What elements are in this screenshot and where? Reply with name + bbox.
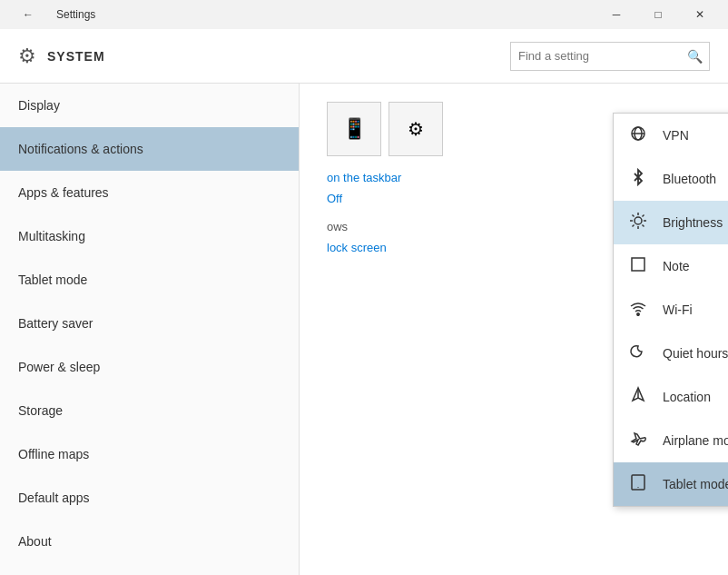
minimize-button[interactable]: ─ — [595, 0, 637, 29]
airplane-label: Airplane mode — [663, 433, 728, 448]
dropdown-panel[interactable]: VPN Bluetooth — [613, 113, 728, 507]
sidebar-item-apps[interactable]: Apps & features — [0, 171, 299, 214]
svg-point-3 — [635, 217, 642, 224]
dropdown-item-airplane[interactable]: Airplane mode — [614, 419, 728, 462]
airplane-icon — [628, 430, 648, 451]
gear-icon: ⚙ — [18, 45, 36, 68]
wifi-label: Wi-Fi — [663, 302, 693, 317]
quiet-hours-label: Quiet hours — [663, 346, 728, 361]
main-content: 📱 ⚙ on the taskbar Off ows lock screen — [300, 84, 728, 575]
sidebar-item-power[interactable]: Power & sleep — [0, 345, 299, 389]
quick-action-tile-1[interactable]: 📱 — [327, 102, 381, 156]
quiet-hours-icon — [628, 342, 648, 364]
sidebar-item-notifications[interactable]: Notifications & actions — [0, 127, 299, 171]
sidebar-item-storage[interactable]: Storage — [0, 389, 299, 432]
svg-line-11 — [643, 215, 644, 217]
svg-point-13 — [637, 313, 639, 315]
dropdown-item-wifi[interactable]: Wi-Fi — [614, 288, 728, 332]
dropdown-item-brightness[interactable]: Brightness — [614, 201, 728, 244]
svg-line-8 — [633, 215, 635, 217]
dropdown-item-note[interactable]: Note — [614, 244, 728, 288]
titlebar-title: Settings — [56, 8, 95, 21]
svg-rect-15 — [632, 475, 644, 490]
search-box[interactable]: 🔍 — [510, 42, 710, 71]
sidebar-item-multitasking[interactable]: Multitasking — [0, 214, 299, 258]
sidebar-item-display[interactable]: Display — [0, 84, 299, 127]
sidebar: Display Notifications & actions Apps & f… — [0, 84, 300, 575]
maximize-button[interactable]: □ — [637, 0, 679, 29]
sidebar-item-battery[interactable]: Battery saver — [0, 302, 299, 345]
tablet-mode-icon — [628, 473, 648, 495]
brightness-icon — [628, 212, 648, 233]
dropdown-item-location[interactable]: Location — [614, 375, 728, 419]
vpn-label: VPN — [663, 128, 689, 143]
titlebar-controls: ─ □ ✕ — [595, 0, 721, 29]
dropdown-item-quiet[interactable]: Quiet hours — [614, 332, 728, 375]
back-button[interactable]: ← — [7, 0, 49, 29]
header-left: ⚙ SYSTEM — [18, 45, 105, 68]
search-icon: 🔍 — [680, 42, 709, 71]
app-header: ⚙ SYSTEM 🔍 — [0, 29, 728, 84]
sidebar-item-about[interactable]: About — [0, 520, 299, 563]
note-label: Note — [663, 259, 690, 273]
sidebar-item-defaultapps[interactable]: Default apps — [0, 476, 299, 520]
dropdown-item-vpn[interactable]: VPN — [614, 114, 728, 157]
svg-line-10 — [633, 225, 635, 227]
body-area: Display Notifications & actions Apps & f… — [0, 84, 728, 575]
titlebar-left: ← Settings — [7, 0, 95, 29]
titlebar: ← Settings ─ □ ✕ — [0, 0, 728, 29]
dropdown-item-tablet-mode[interactable]: Tablet mode — [614, 462, 728, 506]
sidebar-item-maps[interactable]: Offline maps — [0, 432, 299, 476]
tablet-mode-label: Tablet mode — [663, 477, 728, 491]
svg-line-9 — [643, 225, 644, 227]
location-icon — [628, 386, 648, 408]
dropdown-item-bluetooth[interactable]: Bluetooth — [614, 157, 728, 201]
sidebar-item-tablet[interactable]: Tablet mode — [0, 258, 299, 302]
brightness-label: Brightness — [663, 215, 723, 230]
svg-rect-12 — [632, 258, 644, 271]
note-icon — [628, 255, 648, 277]
close-button[interactable]: ✕ — [679, 0, 721, 29]
bluetooth-label: Bluetooth — [663, 172, 716, 186]
app-title: SYSTEM — [47, 49, 105, 64]
vpn-icon — [628, 124, 648, 146]
quick-action-tile-gear[interactable]: ⚙ — [389, 102, 443, 156]
wifi-icon — [628, 299, 648, 321]
app-container: ⚙ SYSTEM 🔍 Display Notifications & actio… — [0, 29, 728, 575]
bluetooth-icon — [628, 168, 648, 190]
search-input[interactable] — [511, 49, 680, 63]
location-label: Location — [663, 390, 711, 404]
